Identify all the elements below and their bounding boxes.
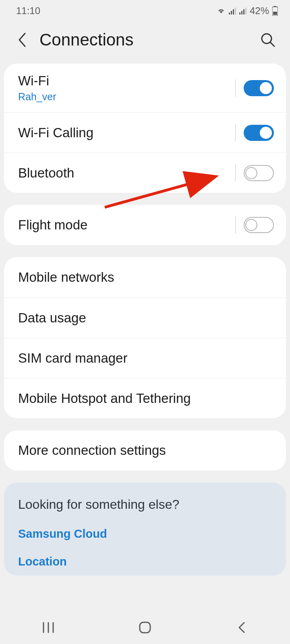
svg-rect-18 bbox=[140, 622, 150, 633]
svg-rect-1 bbox=[231, 11, 232, 14]
vertical-divider bbox=[235, 124, 236, 142]
page-title: Connections bbox=[39, 30, 258, 50]
svg-rect-3 bbox=[235, 8, 236, 14]
suggestion-location[interactable]: Location bbox=[4, 548, 286, 576]
row-sim-manager[interactable]: SIM card manager bbox=[4, 338, 286, 378]
more-settings-title: More connection settings bbox=[18, 443, 274, 458]
svg-rect-2 bbox=[233, 9, 234, 14]
row-bluetooth[interactable]: Bluetooth bbox=[4, 153, 286, 193]
wifi-icon bbox=[217, 7, 226, 14]
recents-icon bbox=[42, 622, 55, 633]
row-hotspot[interactable]: Mobile Hotspot and Tethering bbox=[4, 378, 286, 418]
vertical-divider bbox=[235, 164, 236, 182]
settings-group-flight: Flight mode bbox=[4, 205, 286, 245]
nav-back-button[interactable] bbox=[230, 619, 254, 636]
nav-home-button[interactable] bbox=[133, 619, 157, 636]
vertical-divider bbox=[235, 79, 236, 97]
svg-rect-7 bbox=[245, 8, 246, 14]
sim-manager-title: SIM card manager bbox=[18, 351, 274, 366]
bluetooth-toggle[interactable] bbox=[244, 165, 274, 181]
flight-mode-toggle[interactable] bbox=[244, 217, 274, 233]
signal-icon-1 bbox=[229, 7, 236, 14]
suggestion-samsung-cloud[interactable]: Samsung Cloud bbox=[4, 520, 286, 548]
nav-recents-button[interactable] bbox=[36, 619, 60, 636]
wifi-calling-title: Wi-Fi Calling bbox=[18, 125, 231, 140]
search-icon bbox=[260, 32, 276, 48]
wifi-toggle[interactable] bbox=[244, 80, 274, 96]
row-data-usage[interactable]: Data usage bbox=[4, 297, 286, 338]
bluetooth-title: Bluetooth bbox=[18, 165, 231, 181]
chevron-left-icon bbox=[17, 32, 27, 48]
settings-group-more: More connection settings bbox=[4, 430, 286, 471]
row-mobile-networks[interactable]: Mobile networks bbox=[4, 257, 286, 297]
wifi-calling-toggle[interactable] bbox=[244, 125, 274, 141]
back-icon bbox=[237, 621, 246, 634]
svg-rect-0 bbox=[229, 12, 230, 14]
svg-rect-10 bbox=[273, 12, 277, 15]
wifi-subtitle: Rah_ver bbox=[18, 91, 231, 103]
row-flight-mode[interactable]: Flight mode bbox=[4, 205, 286, 245]
svg-rect-4 bbox=[239, 12, 240, 14]
header: Connections bbox=[0, 22, 290, 64]
suggestions-heading: Looking for something else? bbox=[4, 483, 286, 520]
suggestions-card: Looking for something else? Samsung Clou… bbox=[4, 483, 286, 576]
back-button[interactable] bbox=[12, 30, 32, 50]
svg-line-12 bbox=[270, 42, 274, 46]
svg-rect-5 bbox=[241, 11, 242, 14]
wifi-title: Wi-Fi bbox=[18, 73, 231, 89]
data-usage-title: Data usage bbox=[18, 310, 274, 326]
status-time: 11:10 bbox=[16, 5, 40, 17]
battery-icon bbox=[272, 6, 278, 16]
row-wifi-calling[interactable]: Wi-Fi Calling bbox=[4, 112, 286, 153]
signal-icon-2 bbox=[239, 7, 246, 14]
search-button[interactable] bbox=[258, 30, 278, 50]
status-bar: 11:10 42% bbox=[0, 0, 290, 22]
battery-text: 42% bbox=[250, 5, 269, 17]
vertical-divider bbox=[235, 216, 236, 234]
settings-group-network: Mobile networks Data usage SIM card mana… bbox=[4, 257, 286, 418]
settings-group-connectivity: Wi-Fi Rah_ver Wi-Fi Calling Bluetooth bbox=[4, 64, 286, 193]
svg-rect-6 bbox=[243, 9, 244, 14]
flight-mode-title: Flight mode bbox=[18, 217, 231, 233]
row-more-settings[interactable]: More connection settings bbox=[4, 430, 286, 471]
hotspot-title: Mobile Hotspot and Tethering bbox=[18, 391, 274, 406]
mobile-networks-title: Mobile networks bbox=[18, 270, 274, 285]
navigation-bar bbox=[0, 611, 290, 644]
row-wifi[interactable]: Wi-Fi Rah_ver bbox=[4, 64, 286, 112]
home-icon bbox=[139, 621, 151, 634]
status-indicators: 42% bbox=[217, 5, 278, 17]
